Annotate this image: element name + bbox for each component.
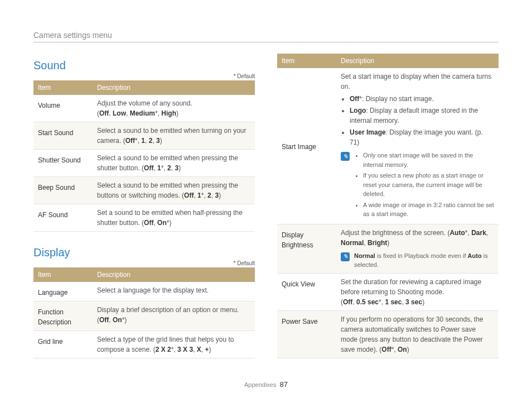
opt-sep: , — [109, 109, 113, 117]
default-note-sound: * Default — [33, 73, 255, 79]
section-title-display: Display — [33, 246, 255, 259]
opt: Off — [144, 219, 153, 227]
bt: : Display no start image. — [362, 95, 434, 103]
s: , — [486, 229, 488, 237]
note-icon: ✎ — [341, 252, 350, 261]
opt: On — [157, 219, 167, 227]
label-display-brightness: Display Brightness — [277, 224, 336, 273]
label-power-save: Power Save — [277, 310, 336, 358]
desc-power-save: If you perform no operations for 30 seco… — [336, 310, 499, 358]
c: ) — [209, 346, 211, 353]
page-header: Camera settings menu — [33, 31, 499, 42]
opt: High — [161, 109, 176, 117]
label-start-sound: Start Sound — [33, 122, 93, 150]
nb: Normal — [354, 252, 375, 259]
row-display-brightness: Display Brightness Adjust the brightness… — [277, 224, 499, 273]
row-function-desc: Function Description Display a brief des… — [33, 302, 255, 331]
opt: 1 — [157, 164, 161, 172]
opt-sep: , — [126, 109, 130, 117]
s: , — [352, 298, 356, 306]
row-af-sound: AF Sound Set a sound to be emitted when … — [33, 204, 255, 232]
s: , — [193, 346, 197, 353]
row-quick-view: Quick View Set the duration for reviewin… — [277, 273, 499, 310]
desc-grid-line: Select a type of the grid lines that hel… — [93, 331, 255, 358]
opt: 1 sec — [385, 298, 402, 306]
row-start-sound: Start Sound Select a sound to be emitted… — [33, 122, 255, 150]
bullet-logo: Logo: Display a default image stored in … — [350, 106, 494, 126]
c: ) — [219, 192, 221, 199]
opt: 2 X 2 — [156, 346, 171, 353]
opt: X — [197, 346, 201, 353]
c: ) — [407, 346, 409, 353]
sound-th-item: Item — [33, 80, 93, 95]
label-af-sound: AF Sound — [33, 204, 93, 232]
note-icon: ✎ — [341, 152, 350, 161]
opt: Auto — [449, 229, 465, 237]
s: , — [364, 239, 367, 247]
opt: 1 — [197, 192, 201, 199]
desc-start-image: Set a start image to display when the ca… — [336, 68, 499, 224]
d: Select a sound to be emitted when turnin… — [97, 127, 246, 145]
opt: 3 sec — [405, 298, 422, 306]
sound-table: Item Description Volume Adjust the volum… — [33, 80, 255, 232]
display2-th-desc: Description — [336, 54, 499, 68]
s: , — [145, 137, 149, 145]
display2-th-item: Item — [277, 54, 336, 68]
desc-function-desc: Display a brief description of an option… — [93, 302, 255, 331]
c: ) — [422, 298, 424, 306]
opt: Off — [184, 192, 194, 199]
page-footer: Appendixes 87 — [0, 380, 532, 389]
c: ) — [169, 219, 171, 227]
note-3: A wide image or image in 3:2 ratio canno… — [363, 200, 494, 219]
sound-th-desc: Description — [93, 80, 255, 95]
footer-section: Appendixes — [244, 381, 277, 388]
row-language: Language Select a language for the displ… — [33, 282, 255, 302]
d: Adjust the brightness of the screen. ( — [341, 229, 449, 237]
start-image-note-list: Only one start image will be saved in th… — [354, 151, 494, 221]
display2-table: Item Description Start Image Set a start… — [277, 54, 499, 358]
opt: On — [398, 346, 407, 353]
right-column: Item Description Start Image Set a start… — [277, 54, 499, 358]
opt: Medium — [130, 109, 155, 117]
c: ) — [178, 164, 181, 172]
label-beep-sound: Beep Sound — [33, 177, 93, 204]
label-volume: Volume — [33, 95, 93, 122]
opt: Off — [381, 346, 391, 353]
note-1: Only one start image will be saved in th… — [363, 151, 494, 169]
opt: 0.5 sec — [356, 298, 379, 306]
desc-volume: Adjust the volume of any sound. (Off, Lo… — [93, 95, 255, 122]
row-start-image: Start Image Set a start image to display… — [277, 68, 499, 224]
nm: is fixed in Playback mode even if — [375, 252, 468, 259]
brightness-note: ✎ Normal is fixed in Playback mode even … — [341, 251, 494, 270]
nb2: Auto — [468, 252, 482, 259]
label-quick-view: Quick View — [277, 273, 336, 310]
opt: Off — [343, 298, 352, 306]
bt: : Display a default image stored in the … — [350, 107, 478, 125]
d: Set the duration for reviewing a capture… — [341, 278, 481, 296]
desc-beep-sound: Select a sound to be emitted when pressi… — [93, 177, 255, 204]
row-grid-line: Grid line Select a type of the grid line… — [33, 331, 255, 358]
d: If you perform no operations for 30 seco… — [341, 315, 483, 353]
s: , — [109, 316, 113, 324]
label-language: Language — [33, 282, 93, 302]
c: ) — [387, 239, 389, 247]
opt: 2 — [167, 164, 171, 172]
start-image-note: ✎ Only one start image will be saved in … — [341, 151, 494, 221]
opt: 3 X 3 — [177, 346, 193, 353]
opt: Low — [113, 109, 126, 117]
c: ) — [160, 137, 162, 145]
brightness-note-text: Normal is fixed in Playback mode even if… — [354, 251, 494, 270]
opts-close: ) — [176, 109, 178, 117]
opt: Off — [144, 164, 153, 172]
bl: Logo — [350, 107, 366, 114]
row-power-save: Power Save If you perform no operations … — [277, 310, 499, 358]
label-shutter-sound: Shutter Sound — [33, 150, 93, 177]
label-function-desc: Function Description — [33, 302, 93, 331]
opt: Off — [125, 137, 135, 145]
opt: 3 — [156, 137, 160, 145]
desc-volume-text: Adjust the volume of any sound. — [97, 99, 192, 107]
opt: 2 — [207, 192, 211, 199]
opt: Dark — [471, 229, 486, 237]
left-column: Sound * Default Item Description Volume … — [33, 54, 255, 358]
opt: Normal — [341, 239, 364, 247]
